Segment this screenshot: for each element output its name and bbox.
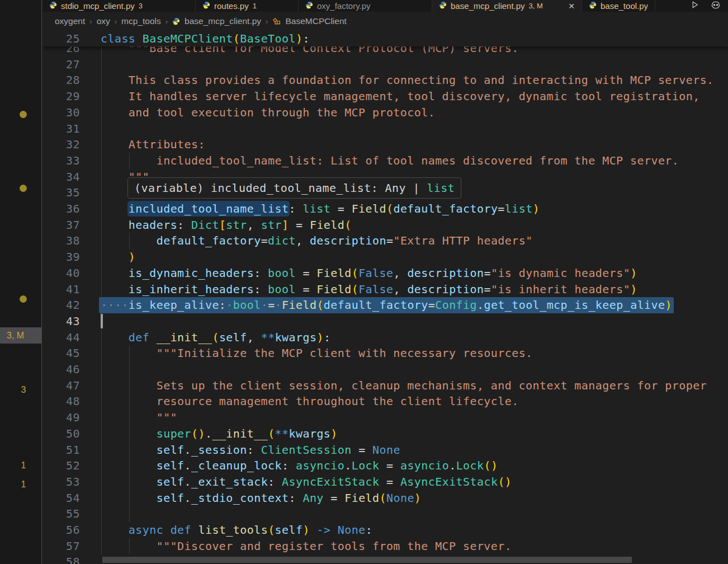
line-number-56[interactable]: 56 [42,522,80,538]
line-number-49[interactable]: 49 [42,410,80,426]
breadcrumb-item-base_mcp_client.py[interactable]: base_mcp_client.py [185,16,261,26]
code-line-54[interactable]: 54 self._stdio_context: Any = Field(None… [42,490,728,506]
code-token: bool [233,298,261,312]
code-line-27[interactable]: 27 [42,57,728,73]
code-text: self._exit_stack: AsyncExitStack = Async… [101,474,512,490]
code-line-28[interactable]: 28 This class provides a foundation for … [42,72,728,88]
tab-oxy_factory.py[interactable]: oxy_factory.py [299,0,432,12]
code-token: _cleanup_lock [191,459,282,472]
code-line-50[interactable]: 50 super().__init__(**kwargs) [42,426,728,442]
tab-routes.py[interactable]: routes.py1 [196,0,299,12]
code-line-47[interactable]: 47 Sets up the client session, cleanup m… [42,378,728,394]
code-line-52[interactable]: 52 self._cleanup_lock: asyncio.Lock = as… [42,458,728,474]
code-token: = [386,234,393,247]
code-line-30[interactable]: 30 and tool execution through the MCP pr… [42,105,728,121]
code-line-53[interactable]: 53 self._exit_stack: AsyncExitStack = As… [42,474,728,490]
tab-base_tool.py[interactable]: base_tool.py [582,0,655,12]
line-number-53[interactable]: 53 [42,474,80,490]
line-number-38[interactable]: 38 [42,233,80,249]
line-number-42[interactable]: 42 [42,297,80,313]
code-token: description [407,283,484,296]
code-line-57[interactable]: 57 """Discover and register tools from t… [42,538,728,554]
line-number-57[interactable]: 57 [42,538,80,554]
code-line-40[interactable]: 40 is_dynamic_headers: bool = Field(Fals… [42,265,728,281]
line-number-28[interactable]: 28 [42,72,80,88]
line-number-32[interactable]: 32 [42,137,80,153]
code-line-39[interactable]: 39 ) [42,249,728,265]
copilot-icon[interactable] [711,1,720,12]
code-line-29[interactable]: 29 It handles server lifecycle managemen… [42,88,728,105]
code-line-49[interactable]: 49 """ [42,410,728,426]
breadcrumb-item-oxygent[interactable]: oxygent [55,16,85,26]
code-line-32[interactable]: 32 Attributes: [42,137,728,153]
line-number-34[interactable]: 34 [42,169,80,185]
code-token: · [261,298,268,312]
line-number-41[interactable]: 41 [42,281,80,298]
code-line-31[interactable]: 31 [42,121,728,137]
code-line-37[interactable]: 37 headers: Dict[str, str] = Field( [42,217,728,233]
code-token: _stdio_context [191,491,289,505]
code-lines-container[interactable]: 26 """Base client for Model Context Prot… [42,31,728,564]
line-number-37[interactable]: 37 [42,217,80,233]
tab-base_mcp_client.py[interactable]: base_mcp_client.py3, M✕ [432,0,582,12]
line-number-44[interactable]: 44 [42,330,80,346]
code-text: self._stdio_context: Any = Field(None) [101,490,421,506]
line-number-33[interactable]: 33 [42,153,80,169]
code-token: ) [665,298,672,312]
code-line-51[interactable]: 51 self._session: ClientSession = None [42,442,728,458]
line-number-45[interactable]: 45 [42,345,80,361]
code-line-33[interactable]: 33 included_tool_name_list: List of tool… [42,153,728,169]
code-editor[interactable]: 26 """Base client for Model Context Prot… [42,31,728,564]
line-number-31[interactable]: 31 [42,121,80,137]
line-number-43[interactable]: 43 [42,313,80,330]
line-number-39[interactable]: 39 [42,249,80,265]
indent-guide [101,361,102,378]
code-token: default_factory [324,298,428,312]
line-number-35[interactable]: 35 [42,185,80,201]
code-line-44[interactable]: 44 def __init__(self, **kwargs): [42,330,728,346]
line-number-46[interactable]: 46 [42,361,80,378]
line-number-55[interactable]: 55 [42,506,80,522]
sticky-scroll-line[interactable]: 25class BaseMCPClient(BaseTool): [42,31,728,46]
code-line-56[interactable]: 56 async def list_tools(self) -> None: [42,522,728,538]
line-number-52[interactable]: 52 [42,458,80,474]
line-number-47[interactable]: 47 [42,378,80,394]
code-line-55[interactable]: 55 [42,506,728,522]
line-number-36[interactable]: 36 [42,201,80,217]
code-line-45[interactable]: 45 """Initialize the MCP client with nec… [42,345,728,361]
line-number-25[interactable]: 25 [42,31,80,46]
code-line-41[interactable]: 41 is_inherit_headers: bool = Field(Fals… [42,281,728,298]
selected-file-row[interactable]: 3, M [0,327,41,344]
breadcrumb-item-BaseMCPClient[interactable]: BaseMCPClient [285,16,346,26]
line-number-51[interactable]: 51 [42,442,80,458]
run-button[interactable] [691,1,699,11]
code-token: : [219,298,226,312]
code-line-36[interactable]: 36 included_tool_name_list: list = Field… [42,201,728,217]
tab-stdio_mcp_client.py[interactable]: stdio_mcp_client.py3 [42,0,196,12]
code-token: """Discover and register tools from the … [101,539,512,553]
tab-label: oxy_factory.py [317,1,371,11]
close-icon[interactable]: ✕ [568,2,575,11]
code-line-38[interactable]: 38 default_factory=dict, description="Ex… [42,233,728,249]
code-line-48[interactable]: 48 resource management throughout the cl… [42,393,728,410]
line-number-54[interactable]: 54 [42,490,80,506]
breadcrumb-item-mcp_tools[interactable]: mcp_tools [121,16,161,26]
sticky-code-line: class BaseMCPClient(BaseTool): [101,31,310,46]
line-number-27[interactable]: 27 [42,57,80,73]
code-token: included_tool_name_list: List of tool na… [101,154,679,167]
horizontal-scrollbar[interactable] [102,557,632,563]
code-line-43[interactable]: 43 [42,313,728,330]
code-line-46[interactable]: 46 [42,361,728,378]
line-number-40[interactable]: 40 [42,265,80,281]
line-number-48[interactable]: 48 [42,393,80,410]
code-token: = [268,298,275,312]
line-number-29[interactable]: 29 [42,88,80,105]
line-number-50[interactable]: 50 [42,426,80,442]
line-number-30[interactable]: 30 [42,105,80,121]
code-line-42[interactable]: 42····is_keep_alive:·bool·=·Field(defaul… [42,297,728,313]
code-token: """ [101,411,177,424]
code-token: kwargs [289,427,331,440]
line-number-58[interactable]: 58 [42,554,80,564]
code-token: get_tool_mcp_is_keep_alive [484,298,665,312]
breadcrumb-item-oxy[interactable]: oxy [97,16,110,26]
